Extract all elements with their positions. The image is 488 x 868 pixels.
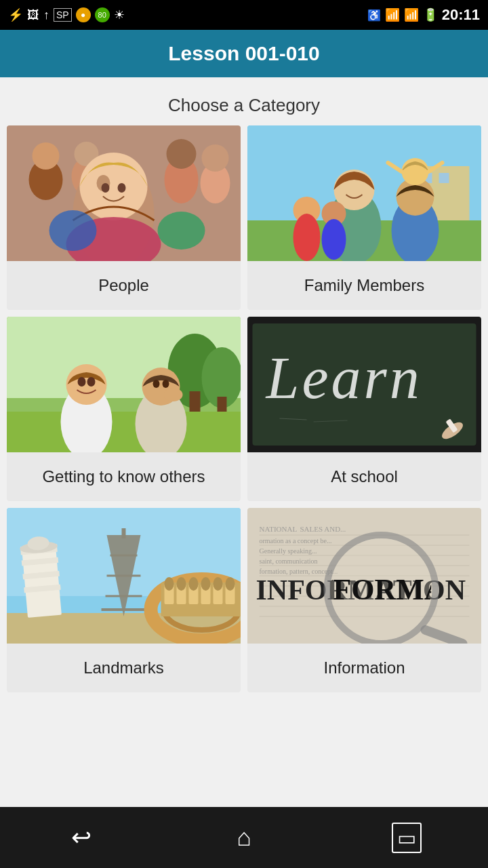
- svg-point-84: [177, 577, 186, 591]
- svg-point-16: [158, 212, 205, 250]
- svg-text:SALES AND...: SALES AND...: [300, 525, 346, 533]
- sp-icon: SP: [54, 8, 72, 22]
- bottom-nav: ↩ ⌂ ▭: [0, 807, 488, 868]
- category-card-information[interactable]: NATIONAL SALES AND... ormation as a conc…: [247, 508, 481, 692]
- svg-text:ormation as a concept be...: ormation as a concept be...: [260, 537, 332, 545]
- getting-label: Getting to know others: [7, 452, 241, 501]
- svg-text:NATIONAL: NATIONAL: [260, 525, 298, 533]
- header-title: Lesson 001-010: [168, 42, 319, 64]
- svg-text:Learn: Learn: [265, 345, 422, 411]
- image-icon: 🖼: [27, 8, 39, 22]
- svg-point-49: [163, 380, 169, 388]
- choose-category-label: Choose a Category: [7, 95, 481, 116]
- category-card-landmarks[interactable]: Landmarks: [7, 508, 241, 692]
- status-bar: ⚡ 🖼 ↑ SP ● 80 ☀ ♿ 📶 📶 🔋 20:11: [0, 0, 488, 30]
- share-icon: ↑: [43, 8, 49, 22]
- usb-icon: ⚡: [8, 7, 23, 22]
- green-circle-icon: 80: [95, 7, 110, 22]
- svg-point-2: [33, 142, 60, 170]
- brightness-icon: ☀: [114, 7, 125, 22]
- category-card-getting[interactable]: Getting to know others: [7, 317, 241, 501]
- landmarks-label: Landmarks: [7, 644, 241, 692]
- family-label: Family Members: [247, 261, 481, 310]
- svg-rect-21: [439, 173, 449, 183]
- svg-point-83: [165, 577, 174, 591]
- svg-rect-41: [7, 412, 241, 452]
- status-time: 20:11: [442, 6, 480, 24]
- category-grid: People: [7, 125, 481, 692]
- app-header: Lesson 001-010: [0, 30, 488, 77]
- svg-point-85: [189, 577, 199, 591]
- main-content: Choose a Category: [0, 77, 488, 807]
- svg-rect-73: [122, 528, 126, 538]
- recents-button[interactable]: ▭: [380, 817, 434, 858]
- information-image: NATIONAL SALES AND... ormation as a conc…: [247, 508, 481, 644]
- information-label: Information: [247, 644, 481, 692]
- back-icon: ↩: [71, 823, 92, 852]
- svg-point-9: [118, 183, 126, 193]
- category-card-school[interactable]: Learn At school: [247, 317, 481, 501]
- category-card-people[interactable]: People: [7, 125, 241, 310]
- svg-point-32: [322, 219, 346, 260]
- circle-icon: ●: [76, 7, 91, 22]
- home-button[interactable]: ⌂: [217, 817, 271, 858]
- svg-point-43: [66, 364, 107, 405]
- svg-text:saint, communication: saint, communication: [260, 557, 318, 565]
- status-right: ♿ 📶 📶 🔋 20:11: [367, 6, 480, 24]
- svg-point-45: [87, 377, 96, 387]
- family-image: [247, 125, 481, 261]
- signal-icon: 📶: [404, 7, 419, 22]
- svg-point-86: [201, 577, 211, 591]
- people-image: [7, 125, 241, 261]
- svg-point-8: [102, 183, 110, 193]
- battery-icon: 🔋: [423, 7, 438, 22]
- getting-image: [7, 317, 241, 452]
- wifi-icon: 📶: [385, 7, 400, 22]
- svg-point-30: [293, 214, 321, 261]
- recents-icon: ▭: [392, 823, 422, 853]
- landmarks-image: [7, 508, 241, 644]
- svg-text:Generally speaking...: Generally speaking...: [260, 547, 317, 555]
- svg-point-48: [153, 380, 160, 388]
- svg-point-44: [78, 377, 86, 387]
- svg-point-15: [49, 210, 97, 251]
- svg-point-50: [164, 388, 183, 401]
- people-label: People: [7, 261, 241, 310]
- svg-point-87: [214, 577, 223, 591]
- home-icon: ⌂: [237, 823, 251, 852]
- category-card-family[interactable]: Family Members: [247, 125, 481, 310]
- accessibility-icon: ♿: [367, 9, 381, 22]
- svg-point-13: [202, 144, 229, 172]
- svg-point-11: [167, 139, 197, 169]
- back-button[interactable]: ↩: [54, 817, 108, 858]
- school-image: Learn: [247, 317, 481, 452]
- school-label: At school: [247, 452, 481, 501]
- status-left: ⚡ 🖼 ↑ SP ● 80 ☀: [8, 7, 125, 22]
- svg-point-88: [226, 577, 235, 591]
